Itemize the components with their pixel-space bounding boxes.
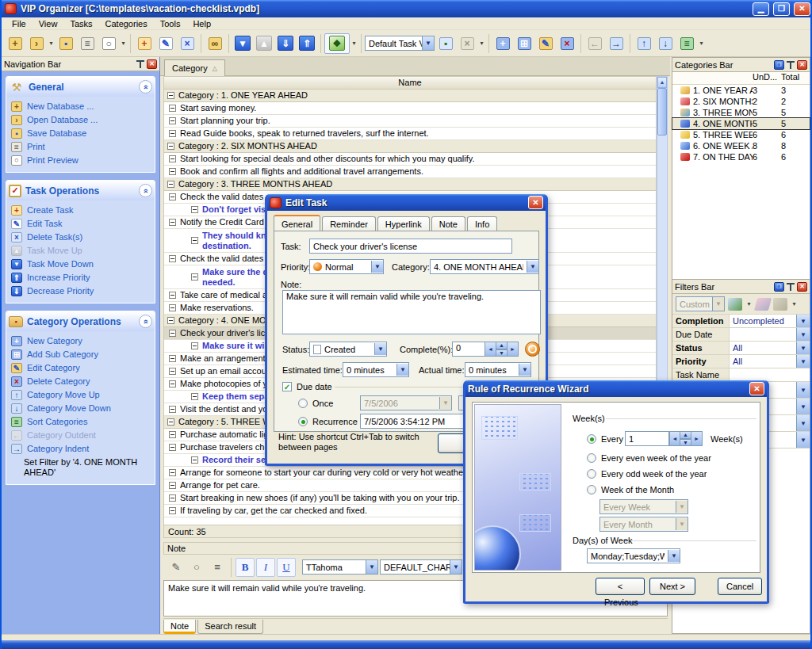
category-row[interactable]: 2. SIX MONTHS A22: [672, 96, 810, 107]
apply-filter-dropdown[interactable]: [745, 294, 753, 315]
nav-item[interactable]: Increase Priority: [10, 271, 153, 284]
collapse-box-icon[interactable]: [169, 292, 176, 299]
save-database-button[interactable]: [56, 33, 76, 54]
pin-icon[interactable]: [787, 61, 795, 69]
combo-arrow-icon[interactable]: [371, 261, 383, 273]
collapse-box-icon[interactable]: [191, 393, 198, 400]
filters-overflow-dropdown[interactable]: [791, 294, 798, 315]
radio-on-icon[interactable]: [587, 434, 596, 444]
categories-close-icon[interactable]: ✕: [797, 60, 807, 70]
menu-item[interactable]: View: [33, 18, 63, 29]
filters-close-icon[interactable]: ✕: [797, 282, 807, 292]
find-button[interactable]: [205, 33, 225, 54]
radio-off-icon[interactable]: [587, 485, 596, 494]
menu-item[interactable]: File: [6, 18, 32, 29]
nav-item[interactable]: Edit Category: [10, 361, 153, 375]
nav-item[interactable]: Set Filter by '4. ONE MONTH AHEAD': [10, 456, 153, 479]
collapse-box-icon[interactable]: [169, 380, 176, 387]
new-category-button[interactable]: [492, 33, 513, 54]
nav-item[interactable]: New Category: [10, 334, 153, 348]
task-view-button[interactable]: [324, 33, 350, 54]
create-task-button[interactable]: [134, 33, 155, 54]
wizard-close-icon[interactable]: ✕: [749, 382, 764, 395]
nav-item[interactable]: Category Move Up: [10, 388, 153, 402]
save-view-button[interactable]: [435, 33, 456, 54]
list-item[interactable]: Start planning your trip.: [164, 115, 656, 128]
checkbox-checked-icon[interactable]: ✓: [282, 382, 292, 391]
complete-spinner[interactable]: 0 ◄ ▲▼ ►: [452, 342, 519, 357]
collapse-box-icon[interactable]: [169, 431, 176, 438]
menu-item[interactable]: Tasks: [64, 18, 98, 29]
clear-filter-icon[interactable]: [754, 298, 772, 311]
collapse-box-icon[interactable]: [169, 155, 176, 162]
filter-dropdown-icon[interactable]: [796, 315, 810, 327]
combo-arrow-icon[interactable]: [527, 261, 538, 273]
actual-time-combo[interactable]: 0 minutes: [465, 362, 531, 377]
priority-combo[interactable]: Normal: [309, 259, 384, 274]
collapse-box-icon[interactable]: [169, 130, 176, 137]
days-of-week-combo[interactable]: Monday;Tuesday;Wednе: [587, 548, 680, 563]
nav-item[interactable]: Edit Task: [10, 217, 153, 231]
recurrence-radio[interactable]: Recurrence: [298, 417, 358, 426]
nav-item[interactable]: New Database ...: [10, 100, 153, 113]
radio-on-icon[interactable]: [298, 417, 308, 426]
due-date-checkbox[interactable]: ✓Due date: [282, 382, 332, 391]
nav-group-task-operations-header[interactable]: Task Operations: [6, 181, 155, 200]
edit-category-button[interactable]: [535, 33, 556, 54]
week-of-month-radio[interactable]: Week of the Month: [587, 485, 674, 494]
collapse-box-icon[interactable]: [169, 368, 176, 375]
menu-item[interactable]: Help: [187, 18, 216, 29]
increase-priority-button[interactable]: [297, 33, 317, 54]
pin-icon[interactable]: [787, 283, 795, 291]
filter-dropdown-icon[interactable]: [796, 328, 810, 341]
italic-button[interactable]: I: [256, 558, 275, 577]
pin-icon[interactable]: [136, 60, 144, 68]
category-row[interactable]: 5. THREE WEEKS66: [672, 129, 810, 140]
list-item[interactable]: Start saving money.: [164, 102, 656, 115]
filter-dropdown-icon[interactable]: [796, 355, 810, 368]
category-indent-button[interactable]: [606, 33, 626, 54]
category-row[interactable]: 4. ONE MONTH A55: [672, 118, 810, 129]
collapse-box-icon[interactable]: [169, 482, 176, 489]
edit-task-close-icon[interactable]: ✕: [528, 196, 543, 209]
collapse-box-icon[interactable]: [169, 255, 176, 262]
list-item[interactable]: Category : 1. ONE YEAR AHEAD: [164, 90, 656, 102]
edit-task-button[interactable]: [155, 33, 176, 54]
spin-left-icon[interactable]: ◄: [669, 431, 680, 446]
collapse-box-icon[interactable]: [169, 304, 176, 311]
task-view-dropdown[interactable]: [350, 33, 358, 54]
open-database-button[interactable]: [26, 33, 47, 54]
nav-item[interactable]: Decrease Priority: [10, 284, 153, 298]
collapse-box-icon[interactable]: [169, 444, 176, 451]
restore-button[interactable]: ❐: [773, 2, 790, 16]
name-column-header[interactable]: Name: [163, 76, 657, 90]
collapse-box-icon[interactable]: [191, 237, 198, 244]
collapse-box-icon[interactable]: [169, 168, 176, 175]
bold-button[interactable]: B: [236, 558, 255, 577]
spin-down-icon[interactable]: ▼: [680, 439, 691, 447]
list-item[interactable]: Book and confirm all flights and additio…: [164, 166, 656, 178]
category-row[interactable]: 6. ONE WEEK AH88: [672, 140, 810, 151]
note-preview-icon[interactable]: ○: [187, 558, 206, 577]
view-overflow-dropdown[interactable]: [478, 33, 485, 54]
close-button[interactable]: ✕: [794, 2, 810, 16]
collapse-box-icon[interactable]: [169, 355, 176, 362]
collapse-box-icon[interactable]: [169, 469, 176, 476]
category-combo[interactable]: 4. ONE MONTH AHEAD: [430, 259, 539, 274]
collapse-box-icon[interactable]: [169, 219, 176, 226]
next-button[interactable]: Next >: [649, 578, 695, 595]
collapse-box-icon[interactable]: [191, 342, 198, 349]
filter-dropdown-icon[interactable]: [796, 432, 810, 448]
total-column-header[interactable]: Total: [781, 72, 810, 84]
list-item[interactable]: Category : 3. THREE MONTHS AHEAD: [164, 178, 656, 191]
radio-off-icon[interactable]: [587, 453, 596, 463]
navigation-close-icon[interactable]: ✕: [147, 59, 157, 69]
filters-restore-icon[interactable]: ❐: [774, 282, 784, 292]
combo-arrow-icon[interactable]: [366, 560, 377, 574]
spin-right-icon[interactable]: ►: [508, 342, 519, 357]
nav-item[interactable]: Create Task: [10, 204, 153, 217]
estimated-time-combo[interactable]: 0 minutes: [343, 362, 409, 377]
collapse-box-icon[interactable]: [191, 456, 198, 464]
collapse-box-icon[interactable]: [167, 418, 174, 426]
task-move-down-button[interactable]: [232, 33, 253, 54]
